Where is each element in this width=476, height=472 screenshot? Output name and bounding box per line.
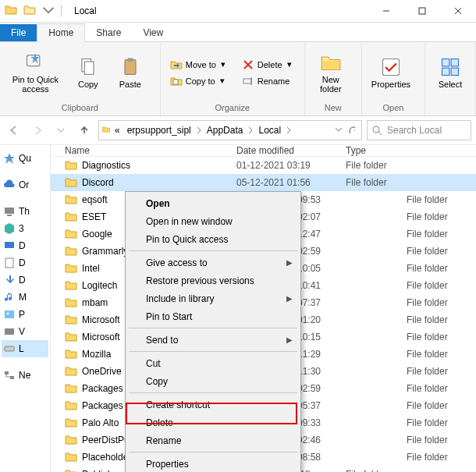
group-new-label: New	[305, 103, 361, 115]
svg-rect-23	[5, 208, 14, 214]
rename-button[interactable]: Rename	[239, 74, 298, 88]
titlebar: Local	[0, 0, 476, 23]
table-row[interactable]: Diagnostics01-12-2021 03:19File folder	[51, 157, 476, 174]
ctx-pin-start[interactable]: Pin to Start	[127, 307, 299, 325]
address-bar: « erpsupport_sipl AppData Local Search L…	[0, 116, 476, 145]
nav-item[interactable]: 3	[2, 220, 48, 237]
svg-point-22	[373, 126, 379, 133]
maximize-button[interactable]	[404, 0, 440, 22]
chevron-right-icon: ▶	[286, 294, 293, 303]
nav-pane[interactable]: QuOrTh3DDDMPVLNe	[0, 145, 51, 472]
ctx-properties[interactable]: Properties	[127, 455, 299, 472]
svg-rect-24	[7, 215, 12, 216]
minimize-button[interactable]	[368, 0, 404, 22]
ctx-send-to[interactable]: Send to▶	[127, 331, 299, 349]
nav-item[interactable]: Ne	[2, 367, 48, 384]
svg-rect-21	[451, 68, 458, 75]
breadcrumb[interactable]: « erpsupport_sipl AppData Local	[98, 120, 362, 140]
chevron-right-icon: ▶	[286, 258, 293, 267]
nav-item[interactable]: P	[2, 306, 48, 323]
moveto-button[interactable]: Move to▾	[167, 58, 234, 72]
folder-icon	[5, 4, 17, 19]
svg-rect-11	[173, 80, 178, 84]
col-type[interactable]: Type	[346, 145, 476, 156]
properties-button[interactable]: Properties	[367, 55, 415, 90]
group-clipboard-label: Clipboard	[0, 103, 160, 115]
qat-dropdown-icon[interactable]	[42, 4, 55, 19]
ctx-copy[interactable]: Copy	[127, 372, 299, 390]
chevron-right-icon: ▶	[286, 335, 293, 344]
tab-share[interactable]: Share	[85, 24, 132, 41]
svg-rect-4	[125, 60, 136, 75]
ctx-open-new[interactable]: Open in new window	[127, 212, 299, 230]
nav-item[interactable]: D	[2, 271, 48, 289]
refresh-icon[interactable]	[344, 125, 358, 136]
select-button[interactable]: Select	[430, 55, 471, 90]
column-headers[interactable]: Name Date modified Type	[51, 145, 476, 157]
ctx-create-shortcut[interactable]: Create shortcut	[127, 396, 299, 413]
group-organize-label: Organize	[161, 103, 304, 115]
copyto-button[interactable]: Copy to▾	[167, 74, 234, 88]
svg-rect-29	[5, 328, 14, 335]
window-title: Local	[68, 5, 103, 16]
copy-button[interactable]: Copy	[68, 55, 108, 90]
table-row[interactable]: Discord05-12-2021 01:56File folder	[51, 174, 476, 191]
ctx-pin-quick[interactable]: Pin to Quick access	[127, 230, 299, 248]
svg-point-28	[7, 313, 9, 315]
forward-button[interactable]	[28, 121, 47, 140]
breadcrumb-root-icon	[102, 125, 110, 136]
ctx-include-lib[interactable]: Include in library▶	[127, 289, 299, 307]
nav-item[interactable]: V	[2, 323, 48, 340]
new-folder-button[interactable]: New folder	[310, 50, 352, 95]
ctx-give-access[interactable]: Give access to▶	[127, 254, 299, 271]
svg-rect-31	[5, 371, 9, 374]
svg-rect-26	[5, 258, 13, 268]
ctx-rename[interactable]: Rename	[127, 431, 299, 449]
ctx-delete[interactable]: Delete	[127, 413, 299, 431]
ribbon-tabs: File Home Share View	[0, 23, 476, 42]
svg-rect-25	[5, 242, 14, 248]
svg-rect-5	[127, 58, 133, 62]
tab-view[interactable]: View	[132, 24, 174, 41]
qat-new-folder-icon[interactable]	[23, 4, 36, 19]
nav-item[interactable]: L	[2, 340, 48, 357]
svg-rect-15	[382, 59, 399, 76]
separator	[61, 5, 62, 17]
group-open-label: Open	[362, 103, 424, 115]
svg-rect-27	[5, 311, 14, 318]
close-button[interactable]	[440, 0, 476, 22]
nav-item[interactable]: D	[2, 254, 48, 271]
ctx-cut[interactable]: Cut	[127, 354, 299, 372]
ctx-open[interactable]: Open	[127, 194, 299, 212]
col-date[interactable]: Date modified	[236, 145, 346, 156]
nav-item[interactable]: Qu	[2, 150, 48, 167]
nav-item[interactable]: D	[2, 237, 48, 254]
nav-item[interactable]: Or	[2, 176, 48, 193]
recent-button[interactable]	[52, 121, 70, 140]
svg-rect-3	[84, 62, 94, 74]
context-menu: Open Open in new window Pin to Quick acc…	[125, 191, 301, 472]
svg-rect-0	[419, 8, 425, 14]
col-name[interactable]: Name	[51, 145, 236, 156]
up-button[interactable]	[75, 121, 94, 140]
dropdown-icon[interactable]	[335, 125, 343, 136]
svg-rect-19	[451, 59, 458, 66]
svg-rect-20	[442, 68, 449, 75]
ctx-restore[interactable]: Restore previous versions	[127, 271, 299, 289]
search-input[interactable]: Search Local	[367, 120, 471, 140]
svg-rect-12	[243, 79, 251, 83]
ribbon: Pin to Quick access Copy Paste Clipboard…	[0, 42, 476, 116]
delete-button[interactable]: Delete▾	[239, 58, 298, 72]
svg-rect-30	[5, 346, 14, 351]
nav-item[interactable]: Th	[2, 203, 48, 220]
nav-item[interactable]: M	[2, 289, 48, 306]
pin-quick-access-button[interactable]: Pin to Quick access	[5, 50, 66, 95]
tab-home[interactable]: Home	[37, 23, 85, 42]
back-button[interactable]	[5, 121, 23, 140]
search-icon	[372, 126, 382, 136]
tab-file[interactable]: File	[0, 24, 37, 41]
paste-button[interactable]: Paste	[110, 55, 151, 90]
svg-rect-18	[442, 59, 449, 66]
